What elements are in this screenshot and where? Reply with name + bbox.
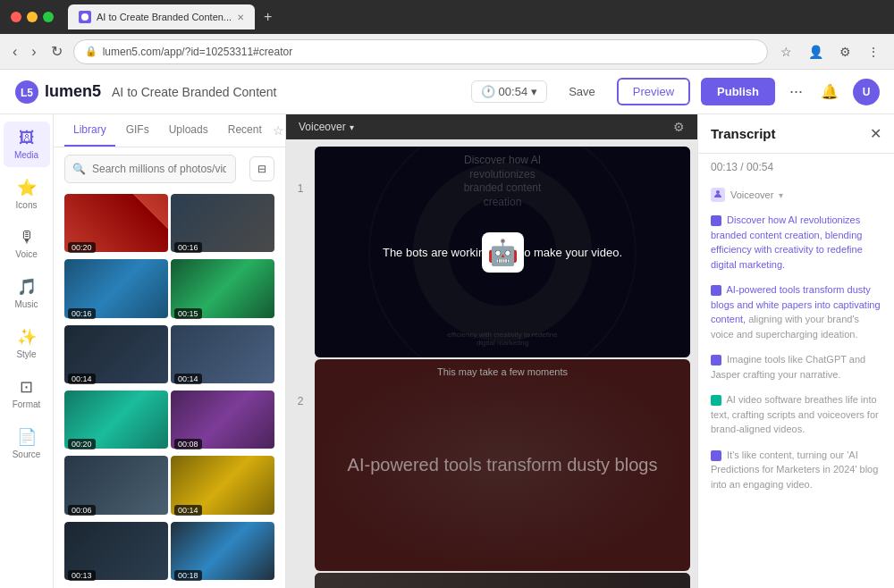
voiceover-text: Voiceover bbox=[299, 121, 346, 133]
svg-point-3 bbox=[716, 190, 720, 194]
main-content: 🖼 Media ⭐ Icons 🎙 Voice 🎵 Music ✨ Style … bbox=[0, 114, 894, 588]
transcript-close-button[interactable]: ✕ bbox=[870, 125, 881, 142]
transcript-text-5: It's like content, turning our 'AI Predi… bbox=[711, 448, 881, 492]
sidebar-label-icons: Icons bbox=[16, 200, 38, 210]
address-text: lumen5.com/app/?id=10253311#creator bbox=[103, 46, 292, 58]
preview-button[interactable]: Preview bbox=[617, 78, 690, 105]
list-item[interactable]: 00:20 bbox=[64, 391, 168, 453]
transcript-section: Voiceover ▾ bbox=[711, 188, 881, 202]
music-icon: 🎵 bbox=[17, 277, 37, 297]
list-item[interactable]: 00:14 bbox=[64, 325, 168, 388]
slide-2[interactable]: This may take a few moments AI-powered t… bbox=[315, 359, 690, 570]
list-item[interactable]: 00:15 bbox=[171, 259, 274, 322]
slide-3[interactable] bbox=[315, 573, 690, 589]
dot-green[interactable] bbox=[43, 12, 54, 22]
new-tab-button[interactable]: + bbox=[258, 7, 277, 27]
slide-row: 2 This may take a few moments AI-powered… bbox=[293, 359, 690, 570]
thumb-duration: 00:20 bbox=[68, 439, 96, 449]
para-icon-1 bbox=[711, 215, 721, 226]
avatar-initials: U bbox=[863, 86, 871, 98]
slide-1[interactable]: 🤖 Discover how AI revolutionizesbranded … bbox=[315, 147, 690, 357]
icons-icon: ⭐ bbox=[17, 178, 37, 197]
transcript-text-2: AI-powered tools transform dusty blogs a… bbox=[711, 282, 881, 341]
voiceover-label[interactable]: Voiceover ▾ bbox=[299, 121, 354, 133]
voiceover-chevron: ▾ bbox=[350, 122, 354, 132]
app-header: L5 lumen5 AI to Create Branded Content 🕐… bbox=[0, 70, 894, 114]
list-item[interactable]: 00:08 bbox=[171, 391, 274, 453]
sidebar-item-source[interactable]: 📄 Source bbox=[4, 420, 50, 466]
search-input[interactable] bbox=[64, 155, 236, 183]
menu-button[interactable]: ⋮ bbox=[862, 41, 885, 63]
reload-button[interactable]: ↻ bbox=[47, 39, 66, 63]
slides-container: 1 🤖 bbox=[286, 139, 697, 588]
back-button[interactable]: ‹ bbox=[9, 40, 21, 63]
canvas-settings-button[interactable]: ⚙ bbox=[673, 120, 685, 134]
tab-close[interactable]: ✕ bbox=[237, 13, 244, 22]
profile-button[interactable]: 👤 bbox=[803, 41, 829, 63]
thumb-duration: 00:20 bbox=[68, 242, 96, 253]
thumb-duration: 00:14 bbox=[68, 374, 96, 384]
sidebar-item-style[interactable]: ✨ Style bbox=[4, 320, 50, 366]
tab-gifs[interactable]: GIFs bbox=[117, 114, 158, 147]
search-row: 🔍 ⊟ bbox=[54, 147, 285, 190]
list-item[interactable]: 00:06 bbox=[64, 456, 168, 518]
timer-chevron: ▾ bbox=[531, 85, 537, 98]
media-icon: 🖼 bbox=[19, 129, 35, 147]
dot-red[interactable] bbox=[11, 12, 21, 22]
tab-title: AI to Create Branded Conten... bbox=[97, 12, 232, 22]
thumb-duration: 00:08 bbox=[174, 439, 202, 449]
list-item[interactable]: 00:13 bbox=[64, 522, 168, 584]
tab-library[interactable]: Library bbox=[64, 114, 115, 147]
canvas-area: Voiceover ▾ ⚙ 1 bbox=[286, 114, 697, 588]
address-input[interactable]: 🔒 lumen5.com/app/?id=10253311#creator bbox=[73, 39, 768, 64]
sidebar-item-voice[interactable]: 🎙 Voice bbox=[4, 221, 50, 266]
save-button[interactable]: Save bbox=[558, 80, 606, 104]
thumb-duration: 00:16 bbox=[174, 242, 202, 253]
transcript-para-4: AI video software breathes life into tex… bbox=[711, 392, 881, 437]
active-tab[interactable]: AI to Create Branded Conten... ✕ bbox=[68, 4, 255, 29]
para-icon-3 bbox=[711, 355, 721, 365]
media-grid: 00:20 00:16 00:16 00:15 00:14 bbox=[54, 190, 285, 588]
transcript-para-5: It's like content, turning our 'AI Predi… bbox=[711, 448, 881, 492]
sidebar-label-music: Music bbox=[14, 299, 38, 309]
extensions-button[interactable]: ⚙ bbox=[834, 41, 856, 63]
dot-yellow[interactable] bbox=[27, 12, 38, 22]
list-item[interactable]: 00:20 bbox=[64, 194, 168, 256]
slide-row: 3 bbox=[293, 573, 690, 589]
para-icon-4 bbox=[711, 395, 721, 406]
publish-button[interactable]: Publish bbox=[701, 78, 775, 105]
tab-recent[interactable]: Recent bbox=[219, 114, 271, 147]
filter-button[interactable]: ⊟ bbox=[249, 156, 274, 181]
avatar[interactable]: U bbox=[853, 79, 880, 105]
style-icon: ✨ bbox=[17, 327, 37, 347]
sidebar-item-icons[interactable]: ⭐ Icons bbox=[4, 171, 50, 217]
voice-icon: 🎙 bbox=[19, 228, 35, 247]
sidebar-item-music[interactable]: 🎵 Music bbox=[4, 270, 50, 316]
more-options-button[interactable]: ··· bbox=[786, 79, 806, 105]
thumb-duration: 00:14 bbox=[174, 505, 202, 516]
tab-uploads[interactable]: Uploads bbox=[160, 114, 217, 147]
address-bar-row: ‹ › ↻ 🔒 lumen5.com/app/?id=10253311#crea… bbox=[0, 34, 894, 70]
svg-point-0 bbox=[81, 13, 89, 21]
slide-number-3: 3 bbox=[293, 573, 308, 589]
list-item[interactable]: 00:14 bbox=[171, 325, 274, 388]
notifications-button[interactable]: 🔔 bbox=[817, 80, 842, 104]
format-icon: ⊡ bbox=[20, 377, 33, 397]
browser-dots bbox=[11, 12, 54, 22]
sidebar-item-media[interactable]: 🖼 Media bbox=[4, 122, 50, 167]
list-item[interactable]: 00:16 bbox=[64, 259, 168, 322]
search-wrapper: 🔍 bbox=[64, 155, 244, 183]
bookmark-button[interactable]: ☆ bbox=[775, 41, 797, 63]
header-timer[interactable]: 🕐 00:54 ▾ bbox=[471, 80, 548, 103]
forward-button[interactable]: › bbox=[28, 40, 39, 63]
timer-value: 00:54 bbox=[499, 85, 528, 98]
favorites-button[interactable]: ☆ bbox=[273, 123, 284, 138]
sidebar-label-source: Source bbox=[13, 449, 41, 459]
sidebar-item-format[interactable]: ⊡ Format bbox=[4, 370, 50, 416]
sidebar-label-format: Format bbox=[13, 399, 41, 409]
list-item[interactable]: 00:18 bbox=[171, 522, 274, 584]
browser-tabs: AI to Create Branded Conten... ✕ + bbox=[68, 4, 277, 29]
list-item[interactable]: 00:16 bbox=[171, 194, 274, 256]
transcript-text-3: Imagine tools like ChatGPT and Jasper cr… bbox=[711, 352, 881, 382]
list-item[interactable]: 00:14 bbox=[171, 456, 274, 518]
